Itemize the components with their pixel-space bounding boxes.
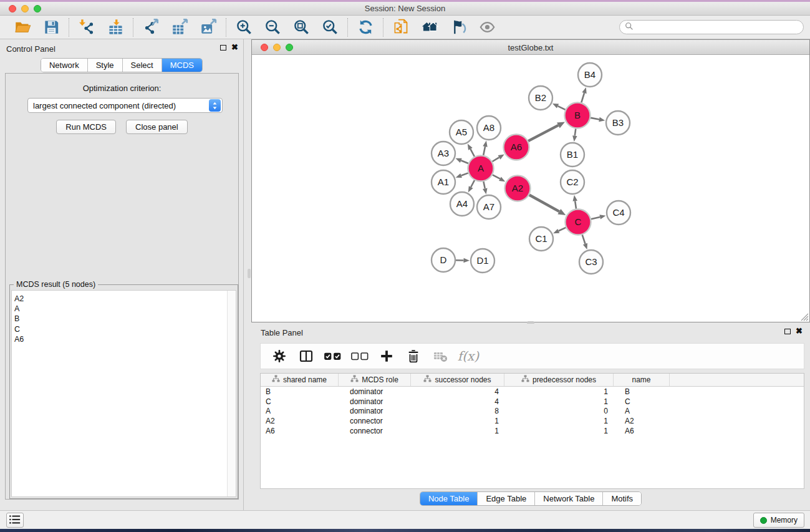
tab-select[interactable]: Select: [123, 59, 162, 72]
node-C4[interactable]: C4: [607, 201, 630, 225]
table-cell[interactable]: connector: [339, 417, 411, 425]
table-cell[interactable]: 1: [411, 417, 504, 425]
show-details-icon[interactable]: [475, 17, 499, 37]
mcds-result-item[interactable]: A6: [14, 334, 236, 344]
criterion-dropdown[interactable]: largest connected component (directed): [27, 98, 223, 113]
node-D[interactable]: D: [432, 248, 455, 272]
close-panel-icon[interactable]: ✖: [231, 44, 238, 51]
node-B[interactable]: B: [565, 103, 591, 128]
node-C3[interactable]: C3: [579, 250, 603, 274]
delete-columns-icon[interactable]: [402, 346, 425, 367]
close-panel-button[interactable]: Close panel: [126, 120, 188, 134]
table-cell[interactable]: A2: [261, 417, 339, 425]
table-cell[interactable]: 1: [504, 387, 614, 396]
delete-table-icon[interactable]: [429, 346, 451, 367]
edge-C-C4[interactable]: [591, 215, 606, 219]
select-all-icon[interactable]: [322, 346, 344, 367]
node-B3[interactable]: B3: [606, 111, 630, 135]
import-table-icon[interactable]: [103, 17, 128, 37]
edge-A-A2[interactable]: [493, 175, 505, 181]
table-cell[interactable]: 1: [504, 427, 614, 435]
edge-A-A8[interactable]: [483, 141, 487, 155]
table-cell[interactable]: 8: [411, 407, 504, 415]
edge-A-A3[interactable]: [456, 158, 469, 163]
node-A[interactable]: A: [468, 156, 494, 181]
edge-A-A5[interactable]: [468, 144, 475, 157]
node-A4[interactable]: A4: [450, 192, 474, 216]
network-canvas[interactable]: B4B2BB3A8A5A6A3B1AA1C2A2A4A7CC4C1C3DD1: [252, 55, 809, 322]
column-header-name[interactable]: name: [614, 374, 670, 386]
mcds-result-item[interactable]: A: [14, 304, 236, 314]
table-row[interactable]: A2connector11A2: [261, 416, 804, 426]
node-C[interactable]: C: [566, 210, 591, 235]
deselect-all-icon[interactable]: [349, 346, 371, 367]
table-cell[interactable]: A: [261, 407, 339, 415]
node-B1[interactable]: B1: [561, 143, 584, 167]
table-tab-node-table[interactable]: Node Table: [420, 492, 478, 505]
home-icon[interactable]: [417, 17, 442, 37]
table-tab-motifs[interactable]: Motifs: [603, 492, 641, 505]
result-list-scrollbar[interactable]: [227, 291, 236, 496]
column-header-successor-nodes[interactable]: successor nodes: [411, 374, 504, 386]
zoom-fit-icon[interactable]: [289, 17, 314, 37]
table-cell[interactable]: A6: [261, 427, 339, 435]
table-cell[interactable]: 4: [411, 387, 504, 396]
table-cell[interactable]: 1: [504, 417, 614, 425]
import-network-icon[interactable]: [74, 17, 99, 37]
edge-A-A6[interactable]: [493, 155, 504, 162]
tab-style[interactable]: Style: [88, 59, 123, 72]
table-cell[interactable]: B: [261, 387, 339, 396]
table-cell[interactable]: C: [261, 397, 339, 406]
node-A7[interactable]: A7: [477, 195, 501, 219]
node-C1[interactable]: C1: [529, 227, 553, 251]
resize-grip-icon[interactable]: [801, 313, 809, 321]
edge-A2-C[interactable]: [529, 195, 566, 216]
export-image-icon[interactable]: [196, 17, 221, 37]
edge-A-A1[interactable]: [456, 173, 468, 178]
mcds-result-item[interactable]: B: [14, 314, 236, 324]
edge-B-B1[interactable]: [572, 128, 577, 142]
float-table-panel-icon[interactable]: [784, 329, 791, 334]
save-session-icon[interactable]: [39, 17, 64, 37]
search-box[interactable]: [619, 20, 804, 34]
table-cell[interactable]: dominator: [339, 397, 411, 406]
table-cell[interactable]: A6: [614, 427, 670, 435]
network-document-icon[interactable]: [388, 17, 413, 37]
run-mcds-button[interactable]: Run MCDS: [56, 120, 116, 134]
export-network-icon[interactable]: [138, 17, 163, 37]
mcds-result-item[interactable]: A2: [14, 294, 236, 304]
table-cell[interactable]: dominator: [339, 387, 411, 396]
hide-details-icon[interactable]: [446, 17, 471, 37]
edge-C-C1[interactable]: [553, 228, 566, 233]
tab-mcds[interactable]: MCDS: [162, 59, 202, 72]
edge-B-B4[interactable]: [581, 87, 586, 102]
node-A8[interactable]: A8: [477, 116, 501, 140]
edge-C-C2[interactable]: [573, 195, 578, 209]
search-input[interactable]: [634, 22, 803, 33]
edge-C-C3[interactable]: [582, 235, 587, 249]
task-history-button[interactable]: [6, 513, 24, 528]
table-cell[interactable]: 4: [411, 397, 504, 406]
table-row[interactable]: Cdominator41C: [261, 397, 804, 407]
node-A2[interactable]: A2: [505, 176, 531, 201]
table-cell[interactable]: 0: [504, 407, 614, 415]
edge-B-B3[interactable]: [591, 117, 605, 122]
add-column-icon[interactable]: [375, 346, 398, 367]
node-A3[interactable]: A3: [432, 142, 455, 165]
node-D1[interactable]: D1: [471, 249, 494, 273]
edge-A-A7[interactable]: [483, 181, 488, 194]
table-cell[interactable]: 1: [411, 427, 504, 435]
column-header-shared-name[interactable]: shared name: [261, 374, 339, 386]
table-row[interactable]: Bdominator41B: [261, 387, 804, 397]
zoom-in-icon[interactable]: [231, 17, 256, 37]
settings-gear-icon[interactable]: [268, 346, 291, 367]
zoom-out-icon[interactable]: [260, 17, 285, 37]
export-table-icon[interactable]: [167, 17, 192, 37]
zoom-selected-icon[interactable]: [317, 17, 342, 37]
edge-B-B2[interactable]: [552, 104, 566, 110]
vertical-splitter-handle[interactable]: [248, 269, 251, 278]
function-builder-icon[interactable]: f(x): [456, 346, 478, 367]
table-cell[interactable]: A: [614, 407, 670, 415]
table-cell[interactable]: dominator: [339, 407, 411, 415]
table-cell[interactable]: 1: [504, 397, 614, 406]
